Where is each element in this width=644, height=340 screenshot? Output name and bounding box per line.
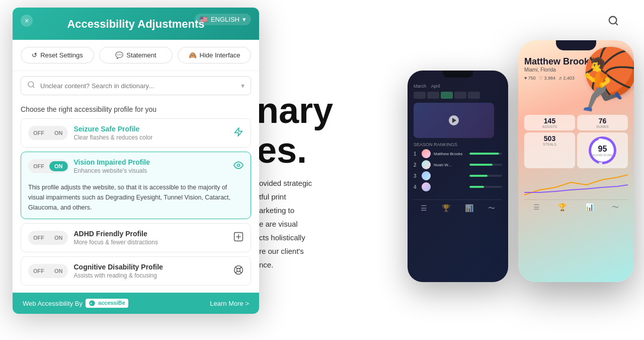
svg-line-11: [235, 267, 237, 269]
vision-impaired-profile-card: OFF ON Vision Impaired Profile Enhances …: [21, 152, 251, 219]
panel-actions: ↺ Reset Settings 💬 Statement 🙈 Hide Inte…: [13, 40, 259, 71]
rank-row: 3: [414, 171, 502, 180]
hide-interface-button[interactable]: 🙈 Hide Interface: [178, 47, 251, 63]
search-input[interactable]: [40, 82, 236, 90]
adhd-profile-card: OFF ON ADHD Friendly Profile More focus …: [21, 223, 251, 252]
chevron-down-icon: ▾: [243, 16, 246, 23]
svg-line-1: [615, 23, 617, 25]
phone-back: March April Season Rankings: [408, 71, 508, 282]
stat-steals: 503 STEALS: [524, 132, 575, 168]
seizure-safe-profile-card: OFF ON Seizure Safe Profile Clear flashe…: [21, 118, 251, 148]
adhd-toggle[interactable]: OFF ON: [28, 231, 68, 245]
svg-line-15: [235, 271, 237, 273]
svg-line-3: [33, 86, 34, 88]
stat-assists: 145 ASSISTS: [524, 115, 575, 130]
svg-point-16: [89, 300, 95, 306]
cognitive-profile-card: OFF ON Cognitive Disability Profile Assi…: [21, 256, 251, 286]
cognitive-desc: Assists with reading & focusing: [74, 272, 228, 279]
statement-icon: 💬: [115, 51, 123, 59]
toggle-on-label[interactable]: ON: [49, 266, 68, 276]
learn-more-link[interactable]: Learn More >: [210, 300, 249, 307]
vision-impaired-toggle[interactable]: OFF ON: [28, 159, 68, 173]
lightning-icon: [233, 127, 244, 140]
toggle-off-label[interactable]: OFF: [28, 266, 49, 276]
nav-activity-icon[interactable]: 〜: [612, 203, 619, 212]
toggle-off-label[interactable]: OFF: [28, 161, 49, 171]
score-circle: 95 PLAYER SCORE: [589, 137, 616, 164]
vision-impaired-expansion: This profile adjusts the website, so tha…: [28, 182, 244, 213]
seizure-safe-toggle[interactable]: OFF ON: [28, 126, 68, 140]
seizure-safe-info: Seizure Safe Profile Clear flashes & red…: [74, 125, 228, 141]
toggle-on-label[interactable]: ON: [49, 161, 68, 171]
adhd-name: ADHD Friendly Profile: [74, 230, 228, 238]
vision-impaired-card-top: OFF ON Vision Impaired Profile Enhances …: [28, 158, 244, 174]
nav-home-icon[interactable]: ☰: [533, 203, 540, 212]
accessibility-panel: × 🇺🇸 ENGLISH ▾ Accessibility Adjustments…: [13, 8, 259, 314]
toggle-off-label[interactable]: OFF: [28, 128, 49, 138]
close-button[interactable]: ×: [21, 15, 33, 27]
cognitive-info: Cognitive Disability Profile Assists wit…: [74, 263, 228, 279]
language-selector[interactable]: 🇺🇸 ENGLISH ▾: [195, 14, 251, 25]
rank-avatar-3: [422, 171, 431, 180]
phones-mockup: March April Season Rankings: [408, 40, 634, 322]
seizure-safe-name: Seizure Safe Profile: [74, 125, 228, 133]
phone-front: 🏀 🏃 Matthew Brooks Miami, Florida ♥ 750 …: [518, 40, 634, 282]
eye-icon: [233, 160, 244, 173]
rank-avatar-4: [422, 182, 431, 191]
nav-trophy-icon[interactable]: 🏆: [558, 203, 567, 212]
rankings-section: Season Rankings 1 Matthew Brooks 2 Noah …: [414, 142, 502, 213]
svg-point-5: [237, 164, 240, 166]
svg-marker-4: [235, 127, 243, 136]
profiles-heading: Choose the right accessibility profile f…: [21, 105, 251, 113]
hero-text: nary es.: [257, 91, 333, 170]
adhd-info: ADHD Friendly Profile More focus & fewer…: [74, 230, 228, 246]
chevron-down-icon: ▾: [241, 82, 245, 90]
search-icon: [27, 81, 35, 91]
svg-line-12: [239, 271, 242, 273]
vision-impaired-desc: Enhances website's visuals: [74, 167, 228, 174]
svg-line-14: [239, 267, 241, 268]
cognitive-name: Cognitive Disability Profile: [74, 263, 228, 271]
rank-row: 2 Noah W...: [414, 160, 502, 169]
vision-impaired-name: Vision Impaired Profile: [74, 158, 228, 166]
profiles-section: Choose the right accessibility profile f…: [13, 100, 259, 293]
hero-line-1: nary: [257, 91, 333, 130]
rank-row: 1 Matthew Brooks: [414, 149, 502, 158]
cognitive-toggle[interactable]: OFF ON: [28, 264, 68, 278]
cognitive-icon: [233, 265, 244, 278]
toggle-off-label[interactable]: OFF: [28, 233, 49, 243]
rankings-title: Season Rankings: [414, 142, 502, 147]
nav-chart-icon[interactable]: 📊: [585, 203, 594, 212]
accessibe-logo: a accessiBe: [86, 299, 128, 308]
toggle-on-label[interactable]: ON: [49, 233, 68, 243]
rank-row: 4: [414, 182, 502, 191]
seizure-safe-desc: Clear flashes & reduces color: [74, 134, 228, 141]
search-icon[interactable]: [608, 15, 619, 29]
statement-button[interactable]: 💬 Statement: [99, 47, 173, 63]
vision-impaired-info: Vision Impaired Profile Enhances website…: [74, 158, 228, 174]
panel-header: × 🇺🇸 ENGLISH ▾ Accessibility Adjustments: [13, 8, 259, 40]
toggle-on-label[interactable]: ON: [49, 128, 68, 138]
footer-accessibility-label: Web Accessibility By a accessiBe: [23, 299, 128, 308]
dictionary-search-bar[interactable]: ▾: [21, 76, 251, 95]
rank-avatar-1: [422, 149, 431, 158]
phone-back-content: March April Season Rankings: [408, 78, 508, 219]
chart-area: [524, 172, 628, 197]
flag-icon: 🇺🇸: [200, 16, 208, 23]
body-text: ovided strategic tful print arketing to …: [259, 176, 312, 271]
stat-score: 95 PLAYER SCORE: [577, 132, 628, 168]
eye-slash-icon: 🙈: [189, 51, 197, 59]
adhd-desc: More focus & fewer distractions: [74, 239, 228, 246]
reset-icon: ↺: [32, 51, 37, 59]
hero-line-2: es.: [257, 130, 333, 170]
panel-footer: Web Accessibility By a accessiBe Learn M…: [13, 293, 259, 314]
reset-settings-button[interactable]: ↺ Reset Settings: [21, 47, 94, 63]
rank-avatar-2: [422, 160, 431, 169]
adhd-icon: [233, 232, 244, 244]
